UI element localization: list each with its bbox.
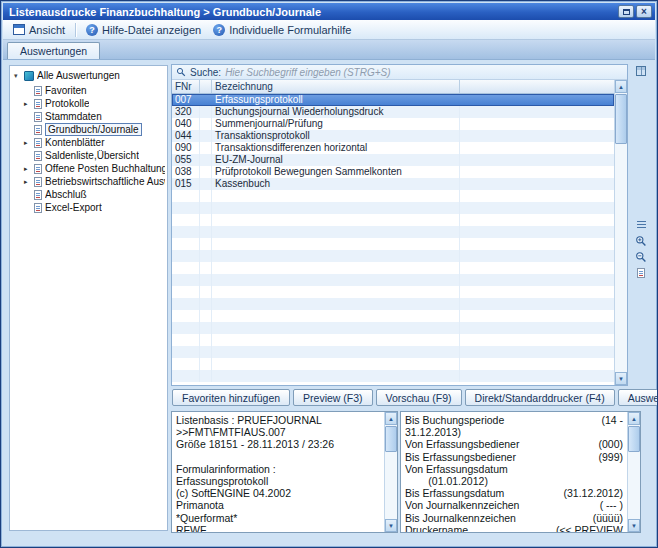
cell-fnr: 055	[172, 154, 200, 166]
table-cell-empty	[212, 370, 460, 382]
cell-bezeichnung: Buchungsjournal Wiederholungsdruck	[212, 106, 460, 118]
expand-arrow-icon[interactable]	[24, 165, 31, 172]
info-right-scrollbar[interactable]: ▲ ▼	[627, 412, 640, 532]
cell-icon	[200, 166, 212, 178]
table-row-empty[interactable]	[172, 286, 614, 298]
scroll-down-button[interactable]: ▼	[628, 519, 640, 532]
table-row-empty[interactable]	[172, 370, 614, 382]
table-row[interactable]: 090 Transaktionsdifferenzen horizontal	[172, 142, 614, 154]
table-row-empty[interactable]	[172, 202, 614, 214]
tree-root-alle-auswertungen[interactable]: ▾ Alle Auswertungen	[10, 66, 167, 84]
scroll-up-button[interactable]: ▲	[628, 412, 640, 425]
info-line-label: Von Erfassungsdatum	[405, 463, 508, 475]
table-row-empty[interactable]	[172, 262, 614, 274]
table-row-empty[interactable]	[172, 334, 614, 346]
tree-item[interactable]: Betriebswirtschaftliche Auswertungen	[10, 175, 167, 188]
tree-item[interactable]: Stammdaten	[10, 110, 167, 123]
form-help-button[interactable]: ? Individuelle Formularhilfe	[207, 21, 357, 38]
info-line-label: Bis Journalkennzeichen	[405, 512, 516, 524]
tree-item[interactable]: Favoriten	[10, 84, 167, 97]
table-row-empty[interactable]	[172, 310, 614, 322]
tree-item[interactable]: Grundbuch/Journale	[10, 123, 167, 136]
info-line-value: (üüüü)	[593, 512, 625, 524]
expand-arrow-icon[interactable]	[24, 100, 31, 107]
table-scrollbar[interactable]: ▲ ▼	[614, 80, 627, 385]
info-left-scrollbar[interactable]: ▲ ▼	[384, 412, 397, 532]
tree-item[interactable]: Excel-Export	[10, 201, 167, 214]
scroll-thumb[interactable]	[385, 426, 397, 452]
tree-item[interactable]: Abschluß	[10, 188, 167, 201]
list-view-icon[interactable]	[634, 218, 648, 232]
help-file-button[interactable]: ? Hilfe-Datei anzeigen	[80, 21, 207, 38]
zoom-in-icon[interactable]	[634, 234, 648, 248]
restore-button[interactable]	[618, 5, 634, 18]
table-row[interactable]: 007 Erfassungsprotokoll	[172, 94, 614, 106]
table-row-empty[interactable]	[172, 298, 614, 310]
scroll-thumb[interactable]	[628, 426, 640, 452]
window-title: Listenausdrucke Finanzbuchhaltung > Grun…	[9, 6, 616, 18]
zoom-out-icon[interactable]	[634, 250, 648, 264]
table-cell-empty	[200, 202, 212, 214]
title-bar[interactable]: Listenausdrucke Finanzbuchhaltung > Grun…	[3, 3, 655, 20]
table-row-empty[interactable]	[172, 250, 614, 262]
table-row-empty[interactable]	[172, 346, 614, 358]
info-line: Erfassungsprotokoll	[176, 475, 382, 487]
action-button[interactable]: Auswertung drucken	[618, 389, 658, 406]
column-header-icon[interactable]	[200, 80, 212, 93]
table-row[interactable]: 055 EU-ZM-Journal	[172, 154, 614, 166]
table-cell-empty	[172, 214, 200, 226]
table-row-empty[interactable]	[172, 238, 614, 250]
table-cell-empty	[212, 274, 460, 286]
column-header-bezeichnung[interactable]: Bezeichnung	[212, 80, 460, 93]
scroll-track[interactable]	[385, 425, 397, 519]
document-icon	[34, 138, 42, 148]
table-row[interactable]: 038 Prüfprotokoll Bewegungen Sammelkonte…	[172, 166, 614, 178]
scroll-thumb[interactable]	[615, 94, 627, 144]
column-header-fnr[interactable]: FNr	[172, 80, 200, 93]
column-options-icon[interactable]	[634, 64, 648, 78]
action-button[interactable]: Vorschau (F9)	[376, 389, 462, 406]
table-row-empty[interactable]	[172, 190, 614, 202]
info-line: Von Erfassungsdatum	[405, 463, 625, 475]
table-row-empty[interactable]	[172, 358, 614, 370]
tree-item[interactable]: Offene Posten Buchhaltung	[10, 162, 167, 175]
scroll-track[interactable]	[615, 93, 627, 372]
scroll-down-button[interactable]: ▼	[385, 519, 397, 532]
info-line: Bis Journalkennzeichen (üüüü)	[405, 512, 625, 524]
scroll-up-button[interactable]: ▲	[385, 412, 397, 425]
cell-extra	[460, 94, 614, 106]
page-tool-icon[interactable]	[634, 266, 648, 280]
form-info-text: Listenbasis : PRUEFJOURNAL >>FMT\FMTFIAU…	[172, 412, 384, 532]
table-cell-empty	[172, 250, 200, 262]
table-row[interactable]: 015 Kassenbuch	[172, 178, 614, 190]
table-row[interactable]: 040 Summenjournal/Prüfung	[172, 118, 614, 130]
table-row-empty[interactable]	[172, 322, 614, 334]
table-row-empty[interactable]	[172, 214, 614, 226]
action-button[interactable]: Favoriten hinzufügen	[172, 389, 290, 406]
scroll-up-button[interactable]: ▲	[615, 80, 627, 93]
page-icon	[637, 268, 645, 278]
tree-item[interactable]: Kontenblätter	[10, 136, 167, 149]
tree-expanded-icon[interactable]: ▾	[14, 72, 21, 80]
tab-auswertungen[interactable]: Auswertungen	[7, 42, 100, 59]
tree-root-label: Alle Auswertungen	[37, 70, 120, 81]
column-header-extra[interactable]	[460, 80, 614, 93]
search-bar: Suche:	[172, 65, 627, 80]
action-button[interactable]: Direkt/Standarddrucker (F4)	[465, 389, 615, 406]
expand-arrow-icon[interactable]	[24, 178, 31, 185]
table-cell-empty	[172, 286, 200, 298]
action-button[interactable]: Preview (F3)	[293, 389, 373, 406]
expand-arrow-icon[interactable]	[24, 139, 31, 146]
table-row[interactable]: 044 Transaktionsprotokoll	[172, 130, 614, 142]
search-input[interactable]	[225, 66, 623, 79]
tree-item[interactable]: Saldenliste,Übersicht	[10, 149, 167, 162]
tree-item[interactable]: Protokolle	[10, 97, 167, 110]
table-row[interactable]: 320 Buchungsjournal Wiederholungsdruck	[172, 106, 614, 118]
ansicht-button[interactable]: Ansicht	[7, 21, 71, 38]
close-button[interactable]: ×	[636, 5, 652, 18]
scroll-track[interactable]	[628, 425, 640, 519]
table-row-empty[interactable]	[172, 226, 614, 238]
scroll-down-button[interactable]: ▼	[615, 372, 627, 385]
table-row-empty[interactable]	[172, 274, 614, 286]
info-line-value	[623, 426, 625, 438]
